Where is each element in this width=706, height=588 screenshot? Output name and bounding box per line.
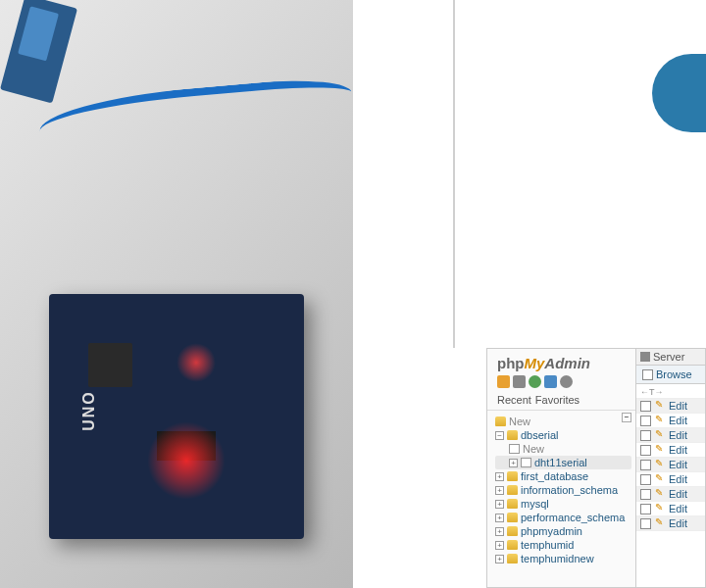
edit-link[interactable]: Edit <box>669 488 687 500</box>
row-checkbox[interactable] <box>640 460 651 470</box>
db-label: dbserial <box>521 429 559 441</box>
row-checkbox[interactable] <box>640 416 651 426</box>
led-glow-small <box>176 343 216 382</box>
row-checkbox[interactable] <box>640 401 651 412</box>
row-checkbox[interactable] <box>640 518 651 529</box>
pencil-icon <box>655 401 665 411</box>
new-table-label: New <box>523 443 544 455</box>
tree-db-information_schema[interactable]: + information_schema <box>495 483 631 497</box>
db-tree: New − dbserial New + dht11serial + <box>487 411 635 569</box>
table-row: Edit <box>636 414 705 428</box>
tree-db-temphumid[interactable]: + temphumid <box>495 538 631 552</box>
table-row: Edit <box>636 472 705 487</box>
board-label: UNO <box>80 390 98 431</box>
usb-cable <box>37 74 353 161</box>
edit-link[interactable]: Edit <box>669 415 687 426</box>
tree-table-dht11serial[interactable]: + dht11serial <box>495 456 631 469</box>
edit-link[interactable]: Edit <box>669 444 687 456</box>
pencil-icon <box>655 489 665 499</box>
tree-new-db[interactable]: New <box>495 415 631 428</box>
pencil-icon <box>655 416 665 425</box>
table-header-row: ←T→ <box>636 386 705 399</box>
db-icon <box>507 540 518 550</box>
table-row: Edit <box>636 487 705 502</box>
logo-shape <box>652 54 706 132</box>
table-row: Edit <box>636 502 705 516</box>
new-db-label: New <box>509 416 530 427</box>
docs-icon[interactable] <box>544 375 557 388</box>
tree-expand-icon[interactable]: + <box>495 514 504 522</box>
server-breadcrumb[interactable]: Server <box>636 349 705 366</box>
tree-expand-icon[interactable]: + <box>495 486 504 495</box>
vertical-divider <box>453 0 455 348</box>
tree-db-dbserial[interactable]: − dbserial <box>495 428 631 442</box>
logo-my: My <box>525 355 545 371</box>
table-row: Edit <box>636 443 705 458</box>
edit-link[interactable]: Edit <box>669 400 687 412</box>
reload-icon[interactable] <box>560 375 573 388</box>
db-label: information_schema <box>521 484 618 496</box>
home-icon[interactable] <box>497 375 510 388</box>
tab-browse[interactable]: Browse <box>636 366 705 384</box>
collapse-button[interactable]: − <box>622 413 631 422</box>
new-db-icon <box>495 416 506 426</box>
edit-link[interactable]: Edit <box>669 429 687 441</box>
row-checkbox[interactable] <box>640 430 651 441</box>
pma-main-panel: Server Browse ←T→ EditEditEditEditEditEd… <box>636 349 705 587</box>
logo-admin: Admin <box>544 355 590 371</box>
db-label: first_database <box>521 470 588 482</box>
pencil-icon <box>655 518 665 528</box>
tree-db-phpmyadmin[interactable]: + phpmyadmin <box>495 524 631 538</box>
row-checkbox[interactable] <box>640 445 651 456</box>
table-icon <box>521 458 531 467</box>
db-label: performance_schema <box>521 512 625 523</box>
sql-icon[interactable] <box>513 375 526 388</box>
pma-toolbar <box>487 373 635 392</box>
edit-link[interactable]: Edit <box>669 459 687 470</box>
db-icon <box>507 430 518 440</box>
row-checkbox[interactable] <box>640 474 651 485</box>
db-icon <box>507 554 518 564</box>
tree-db-temphumidnew[interactable]: + temphumidnew <box>495 552 631 565</box>
tree-collapse-icon[interactable]: − <box>495 431 504 440</box>
tab-recent[interactable]: Recent <box>497 394 531 406</box>
db-label: temphumid <box>521 539 574 551</box>
table-label: dht11serial <box>534 457 587 468</box>
row-checkbox[interactable] <box>640 504 651 514</box>
edit-link[interactable]: Edit <box>669 473 687 485</box>
tree-new-table[interactable]: New <box>495 442 631 456</box>
tree-db-performance_schema[interactable]: + performance_schema <box>495 511 631 524</box>
tree-db-first_database[interactable]: + first_database <box>495 469 631 483</box>
db-icon <box>507 485 518 495</box>
sidebar-tabs: Recent Favorites <box>487 392 635 411</box>
pma-logo: phpMyAdmin <box>487 349 635 373</box>
row-checkbox[interactable] <box>640 489 651 500</box>
logo-php: php <box>497 355 525 371</box>
tree-expand-icon[interactable]: + <box>495 541 504 550</box>
help-icon[interactable] <box>529 375 541 388</box>
led-glow-main <box>147 421 226 500</box>
table-row: Edit <box>636 399 705 414</box>
tree-expand-icon[interactable]: + <box>495 555 504 564</box>
tab-favorites[interactable]: Favorites <box>535 394 580 406</box>
db-icon <box>507 526 518 536</box>
browse-icon <box>642 369 653 380</box>
db-label: mysql <box>521 498 549 510</box>
db-label: temphumidnew <box>521 553 594 564</box>
browse-label: Browse <box>656 368 692 380</box>
tree-expand-icon[interactable]: + <box>495 500 504 509</box>
tree-expand-icon[interactable]: + <box>495 472 504 481</box>
dht11-sensor <box>0 0 77 103</box>
db-icon <box>507 471 518 481</box>
sort-arrow-icon[interactable]: ←T→ <box>640 387 664 397</box>
pencil-icon <box>655 474 665 484</box>
tree-expand-icon[interactable]: + <box>495 527 504 536</box>
server-label: Server <box>653 351 684 363</box>
edit-link[interactable]: Edit <box>669 503 687 514</box>
pma-sidebar: phpMyAdmin Recent Favorites − New − <box>487 349 636 587</box>
arduino-photo: UNO <box>0 0 353 588</box>
tree-expand-icon[interactable]: + <box>509 459 518 467</box>
db-label: phpmyadmin <box>521 525 582 537</box>
tree-db-mysql[interactable]: + mysql <box>495 497 631 511</box>
edit-link[interactable]: Edit <box>669 517 687 529</box>
